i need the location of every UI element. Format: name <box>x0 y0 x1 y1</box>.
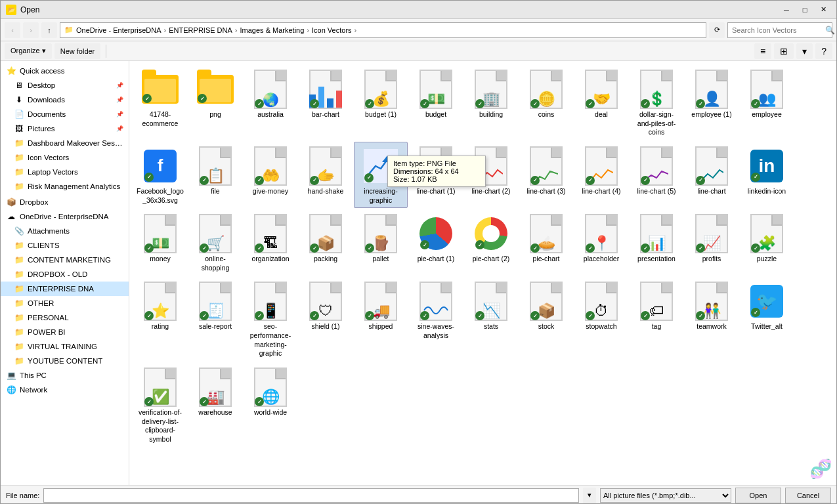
sidebar-item-onedrive[interactable]: ☁ OneDrive - EnterpriseDNA <box>1 209 129 224</box>
sidebar-item-quick-access[interactable]: ⭐ Quick access <box>1 64 129 78</box>
file-item-dollar[interactable]: 💲 ✓ dollar-sign-and-piles-of-coins <box>630 65 683 140</box>
file-item-ecommerce[interactable]: ✓ 41748-ecommerce <box>133 65 187 140</box>
file-item-online[interactable]: 🛒 ✓ online-shopping <box>188 209 242 276</box>
help-button[interactable]: ? <box>815 43 832 59</box>
file-item-lc4[interactable]: ✓ line-chart (4) <box>574 142 628 208</box>
sidebar-item-dropbox-old[interactable]: 📁 DROPBOX - OLD <box>1 267 129 282</box>
file-item-lc5[interactable]: ✓ line-chart (5) <box>630 142 683 208</box>
file-item-placeholder[interactable]: 📍 ✓ placeholder <box>574 209 628 276</box>
file-item-deal[interactable]: 🤝 ✓ deal <box>574 65 628 140</box>
file-item-hand-shake[interactable]: 🫱 ✓ hand-shake <box>299 142 353 208</box>
file-item-tag[interactable]: 🏷 ✓ tag <box>630 277 683 362</box>
file-item-rating[interactable]: ⭐ ✓ rating <box>133 277 187 362</box>
open-button[interactable]: Open <box>735 488 781 503</box>
sidebar-item-dropbox[interactable]: 📦 Dropbox <box>1 195 129 209</box>
file-item-seo[interactable]: 📱 ✓ seo-performance-marketing-graphic <box>244 277 297 362</box>
file-item-coins[interactable]: 🪙 ✓ coins <box>519 65 573 140</box>
address-bar: ‹ › ↑ 📁 OneDrive - EnterpriseDNA › ENTER… <box>1 19 836 41</box>
file-item-file[interactable]: 📋 ✓ file <box>188 142 242 208</box>
file-item-teamwork[interactable]: 👫 ✓ teamwork <box>685 277 739 362</box>
file-item-org[interactable]: 🏗 ✓ organization <box>244 209 297 276</box>
file-item-budget[interactable]: 💵 ✓ budget <box>409 65 463 140</box>
search-input[interactable] <box>732 26 823 34</box>
sidebar-item-content-mkt[interactable]: 📁 CONTENT MARKETING <box>1 253 129 267</box>
fn-ph: placeholder <box>584 255 619 264</box>
file-item-emp1[interactable]: 👤 ✓ employee (1) <box>685 65 739 140</box>
file-item-profits[interactable]: 📈 ✓ profits <box>685 209 739 276</box>
refresh-button[interactable]: ⟳ <box>709 22 725 38</box>
sidebar-item-pictures[interactable]: 🖼 Pictures 📌 <box>1 121 129 136</box>
sidebar-item-attachments[interactable]: 📎 Attachments <box>1 224 129 238</box>
file-item-pie1[interactable]: ✓ pie-chart (1) <box>409 209 463 276</box>
sidebar-item-virtual-training[interactable]: 📁 VIRTUAL TRAINING <box>1 339 129 354</box>
view-details-button[interactable]: ≡ <box>754 43 771 59</box>
file-item-stock[interactable]: 📦 ✓ stock <box>519 277 573 362</box>
filename-dropdown-btn[interactable]: ▾ <box>583 488 596 503</box>
file-item-budget1[interactable]: 💰 ✓ budget (1) <box>354 65 408 140</box>
file-item-stopwatch[interactable]: ⏱ ✓ stopwatch <box>574 277 628 362</box>
file-item-australia[interactable]: 🌏 ✓ australia <box>244 65 297 140</box>
file-item-lc2[interactable]: ✓ line-chart (2) <box>464 142 518 208</box>
view-large-button[interactable]: ⊞ <box>774 43 794 59</box>
sidebar-item-other[interactable]: 📁 OTHER <box>1 296 129 310</box>
sidebar-item-youtube[interactable]: 📁 YOUTUBE CONTENT <box>1 354 129 368</box>
sidebar-item-enterprise-dna[interactable]: 📁 ENTERPRISE DNA <box>1 282 129 296</box>
file-item-worldwide[interactable]: 🌐 ✓ world-wide <box>244 363 297 448</box>
file-item-shield[interactable]: 🛡 ✓ shield (1) <box>299 277 353 362</box>
cancel-button[interactable]: Cancel <box>785 488 831 503</box>
file-item-facebook[interactable]: f ✓ Facebook_logo_36x36.svg <box>133 142 187 208</box>
folder-icon-lv: 📁 <box>14 167 24 177</box>
up-button[interactable]: ↑ <box>41 22 57 38</box>
file-item-give-money[interactable]: 🤲 ✓ give-money <box>244 142 297 208</box>
file-item-lc3[interactable]: ✓ line-chart (3) <box>519 142 573 208</box>
sidebar-item-downloads[interactable]: ⬇ Downloads 📌 <box>1 93 129 107</box>
sidebar-item-desktop[interactable]: 🖥 Desktop 📌 <box>1 78 129 93</box>
file-item-sine[interactable]: ✓ sine-waves-analysis <box>409 277 463 362</box>
filetype-select[interactable]: All picture files (*.bmp;*.dib... <box>600 488 731 503</box>
fw-stats: 📉 ✓ <box>470 280 512 322</box>
file-item-stats[interactable]: 📉 ✓ stats <box>464 277 518 362</box>
sidebar-item-risk-mgmt[interactable]: 📁 Risk Management Analytics <box>1 179 129 194</box>
sync-check-png: ✓ <box>198 94 207 103</box>
sidebar-item-clients[interactable]: 📁 CLIENTS <box>1 238 129 253</box>
close-button[interactable]: ✕ <box>815 4 831 16</box>
file-item-lc[interactable]: ✓ line-chart <box>685 142 739 208</box>
file-item-building[interactable]: 🏢 ✓ building <box>464 65 518 140</box>
minimize-button[interactable]: ─ <box>779 4 794 16</box>
sidebar-item-power-bi[interactable]: 📁 POWER BI <box>1 325 129 339</box>
file-item-emp[interactable]: 👥 ✓ employee <box>740 65 794 140</box>
file-item-verification[interactable]: ✅ ✓ verification-of-delivery-list-clipbo… <box>133 363 187 448</box>
file-item-packing[interactable]: 📦 ✓ packing <box>299 209 353 276</box>
file-item-presentation[interactable]: 📊 ✓ presentation <box>630 209 683 276</box>
file-item-twitter[interactable]: 🐦 ✓ Twitter_alt <box>740 277 794 362</box>
file-item-shipped[interactable]: 🚚 ✓ shipped <box>354 277 408 362</box>
sidebar-item-personal[interactable]: 📁 PERSONAL <box>1 310 129 325</box>
file-item-pie[interactable]: 🥧 ✓ pie-chart <box>519 209 573 276</box>
sidebar-item-icon-vectors[interactable]: 📁 Icon Vectors <box>1 150 129 165</box>
filename-input[interactable] <box>43 488 579 503</box>
file-item-sale-report[interactable]: 🧾 ✓ sale-report <box>188 277 242 362</box>
maximize-button[interactable]: □ <box>797 4 813 16</box>
sidebar-item-documents[interactable]: 📄 Documents 📌 <box>1 107 129 121</box>
file-item-lc1[interactable]: ✓ line-chart (1) <box>409 142 463 208</box>
sidebar-item-laptop-vectors[interactable]: 📁 Laptop Vectors <box>1 165 129 179</box>
sidebar-item-dashboard[interactable]: 📁 Dashboard Makeover Session <box>1 136 129 150</box>
file-item-increasing[interactable]: ✓ increasing-graphic Item type: PNG File… <box>354 142 408 208</box>
sidebar-item-this-pc[interactable]: 💻 This PC <box>1 368 129 383</box>
file-item-bar-chart[interactable]: ✓ bar-chart <box>299 65 353 140</box>
back-button[interactable]: ‹ <box>5 22 20 38</box>
file-item-pie2[interactable]: ✓ pie-chart (2) <box>464 209 518 276</box>
file-item-warehouse[interactable]: 🏭 ✓ warehouse <box>188 363 242 448</box>
new-folder-button[interactable]: New folder <box>54 43 101 59</box>
file-item-pallet[interactable]: 🪵 ✓ pallet <box>354 209 408 276</box>
file-item-money[interactable]: 💵 ✓ money <box>133 209 187 276</box>
file-item-linkedin[interactable]: in ✓ linkedin-icon <box>740 142 794 208</box>
sidebar-item-network[interactable]: 🌐 Network <box>1 383 129 397</box>
file-item-png[interactable]: ✓ png <box>188 65 242 140</box>
breadcrumb[interactable]: 📁 OneDrive - EnterpriseDNA › ENTERPRISE … <box>60 22 706 38</box>
view-options-button[interactable]: ▾ <box>796 43 813 59</box>
file-item-puzzle[interactable]: 🧩 ✓ puzzle <box>740 209 794 276</box>
organize-button[interactable]: Organize ▾ <box>5 43 52 59</box>
forward-button[interactable]: › <box>23 22 39 38</box>
fn-pallet: pallet <box>372 255 389 264</box>
